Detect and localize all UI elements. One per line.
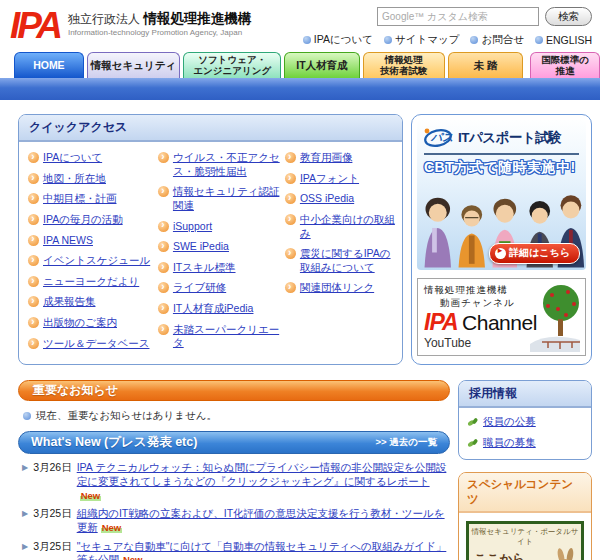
arrow-bullet-icon <box>28 152 39 163</box>
qa-link[interactable]: iSupport <box>158 220 285 234</box>
security-portal-banner[interactable]: 情報セキュリティ・ポータルサイト ここから セキュリティ! <box>466 521 584 560</box>
news-link[interactable]: 組織内のIT戦略の立案および、IT化評価の意思決定支援を行う教材・ツールを更新 <box>77 507 445 533</box>
arrow-bullet-icon <box>285 248 296 259</box>
recruit-link-staff[interactable]: 職員の募集 <box>467 436 583 450</box>
qa-link[interactable]: 関連団体リンク <box>285 281 396 295</box>
main-nav-tabs: HOME 情報セキュリティ ソフトウェア・エンジニアリング IT人材育成 情報処… <box>14 50 600 78</box>
it-passport-subtitle: CBT方式で随時実施中! <box>424 159 586 177</box>
tab-home[interactable]: HOME <box>14 52 84 78</box>
it-passport-title: ITパスポート試験 <box>458 129 561 147</box>
tab-mitou[interactable]: 未 踏 <box>448 52 524 78</box>
qa-link[interactable]: ITスキル標準 <box>158 261 285 275</box>
channel-brand-ipa: IPA <box>424 309 458 335</box>
new-badge: New <box>122 554 144 560</box>
dot-icon <box>470 36 478 44</box>
ipa-logo[interactable]: IPA <box>10 5 60 44</box>
tree-illustration <box>528 282 582 352</box>
arrow-bullet-icon <box>285 214 296 225</box>
arrow-circle-icon <box>495 248 506 259</box>
tab-security[interactable]: 情報セキュリティ <box>87 52 181 78</box>
leaf-icon <box>467 416 479 428</box>
arrow-bullet-icon <box>285 282 296 293</box>
qa-link[interactable]: ツール＆データベース <box>28 337 158 351</box>
link-english[interactable]: ENGLISH <box>535 33 592 47</box>
important-news-header: 重要なお知らせ <box>18 380 450 401</box>
dot-icon <box>23 412 31 420</box>
qa-link[interactable]: 情報セキュリティ認証関連 <box>158 185 285 212</box>
qa-link[interactable]: 中小企業向けの取組み <box>285 213 396 240</box>
recruit-panel: 採用情報 役員の公募 職員の募集 <box>458 380 592 460</box>
arrow-bullet-icon <box>285 152 296 163</box>
news-link[interactable]: IPA テクニカルウォッチ：知らぬ間にプライバシー情報の非公開設定を公開設定に変… <box>77 461 447 487</box>
qa-link[interactable]: 教育用画像 <box>285 151 396 165</box>
org-english-name: Information-technology Promotion Agency,… <box>68 28 251 38</box>
arrow-bullet-icon <box>158 282 169 293</box>
org-name-block: 独立行政法人 情報処理推進機構 Information-technology P… <box>68 5 251 38</box>
qa-link[interactable]: 出版物のご案内 <box>28 316 158 330</box>
qa-link[interactable]: 成果報告集 <box>28 295 158 309</box>
tab-software-engineering[interactable]: ソフトウェア・エンジニアリング <box>183 52 281 78</box>
news-list: ▶ 3月26日 IPA テクニカルウォッチ：知らぬ間にプライバシー情報の非公開設… <box>22 461 450 560</box>
arrow-bullet-icon <box>158 186 169 197</box>
search-button[interactable]: 検索 <box>545 7 592 26</box>
it-passport-banner[interactable]: パス ITパスポート試験 CBT方式で随時実施中! <box>417 120 586 270</box>
qa-link[interactable]: イベントスケジュール <box>28 254 158 268</box>
tab-it-engineer-exam[interactable]: 情報処理技術者試験 <box>363 52 445 78</box>
qa-link[interactable]: IPAについて <box>28 151 158 165</box>
arrow-bullet-icon <box>158 221 169 232</box>
qa-link[interactable]: 震災に関するIPAの取組みについて <box>285 247 396 274</box>
sidebar-banner-frame: パス ITパスポート試験 CBT方式で随時実施中! <box>411 114 592 365</box>
search-input[interactable] <box>377 7 539 26</box>
detail-button[interactable]: 詳細はこちら <box>489 243 580 264</box>
qa-link[interactable]: ウイルス・不正アクセス・脆弱性届出 <box>158 151 285 178</box>
nav-bar-strip <box>0 78 600 100</box>
qa-link[interactable]: 地図・所在地 <box>28 172 158 186</box>
news-item: ▶ 3月25日 組織内のIT戦略の立案および、IT化評価の意思決定支援を行う教材… <box>22 507 450 534</box>
new-badge: New <box>80 490 102 501</box>
arrow-bullet-icon <box>285 193 296 204</box>
utility-nav: IPAについて サイトマップ お問合せ ENGLISH <box>303 33 592 47</box>
link-sitemap[interactable]: サイトマップ <box>384 33 459 47</box>
qa-link[interactable]: IT人材育成iPedia <box>158 302 285 316</box>
link-about-ipa[interactable]: IPAについて <box>303 33 373 47</box>
qa-link[interactable]: OSS iPedia <box>285 192 396 206</box>
org-name: 情報処理推進機構 <box>143 11 251 26</box>
special-contents-panel: スペシャルコンテンツ 情報セキュリティ・ポータルサイト ここから セキュリティ! <box>458 472 592 560</box>
qa-link[interactable]: IPAの毎月の活動 <box>28 213 158 227</box>
past-list-link[interactable]: >> 過去の一覧 <box>376 436 437 449</box>
recruit-title: 採用情報 <box>459 381 591 408</box>
arrow-bullet-icon <box>158 152 169 163</box>
pass-logo-icon: パス <box>423 127 455 149</box>
tab-it-human-resources[interactable]: IT人材育成 <box>284 52 360 78</box>
arrow-bullet-icon <box>28 235 39 246</box>
arrow-bullet-icon <box>28 255 39 266</box>
quick-access-title: クイックアクセス <box>19 115 402 142</box>
whats-new-title: What's New (プレス発表 etc) <box>31 434 197 451</box>
quick-access-panel: クイックアクセス IPAについて 地図・所在地 中期目標・計画 IPAの毎月の活… <box>18 114 403 365</box>
link-contact[interactable]: お問合せ <box>470 33 524 47</box>
qa-link[interactable]: IPAフォント <box>285 172 396 186</box>
leaf-icon <box>467 437 479 449</box>
qa-link[interactable]: ニューヨークだより <box>28 275 158 289</box>
special-contents-title: スペシャルコンテンツ <box>459 473 591 513</box>
site-header: IPA 独立行政法人 情報処理推進機構 Information-technolo… <box>0 0 600 50</box>
qa-link[interactable]: IPA NEWS <box>28 234 158 248</box>
arrow-bullet-icon <box>158 303 169 314</box>
arrow-bullet-icon <box>158 241 169 252</box>
arrow-bullet-icon <box>158 324 169 335</box>
ipa-channel-banner[interactable]: 情報処理推進機構 動画チャンネル IPA Channel YouTube <box>417 278 586 356</box>
quick-access-column-2: ウイルス・不正アクセス・脆弱性届出 情報セキュリティ認証関連 iSupport … <box>158 151 285 350</box>
rabbit-illustration <box>550 548 580 560</box>
dot-icon <box>384 36 392 44</box>
arrow-bullet-icon <box>28 338 39 349</box>
news-item: ▶ 3月26日 IPA テクニカルウォッチ：知らぬ間にプライバシー情報の非公開設… <box>22 461 450 502</box>
qa-link[interactable]: ライブ研修 <box>158 281 285 295</box>
qa-link[interactable]: SWE iPedia <box>158 240 285 254</box>
arrow-bullet-icon <box>285 173 296 184</box>
tab-international-standards[interactable]: 国際標準の推進 <box>530 52 600 78</box>
qa-link[interactable]: 未踏スーパークリエータ <box>158 323 285 350</box>
quick-access-column-3: 教育用画像 IPAフォント OSS iPedia 中小企業向けの取組み 震災に関… <box>285 151 396 350</box>
qa-link[interactable]: 中期目標・計画 <box>28 192 158 206</box>
recruit-link-officers[interactable]: 役員の公募 <box>467 415 583 429</box>
portal-site-label: 情報セキュリティ・ポータルサイト <box>469 524 581 548</box>
